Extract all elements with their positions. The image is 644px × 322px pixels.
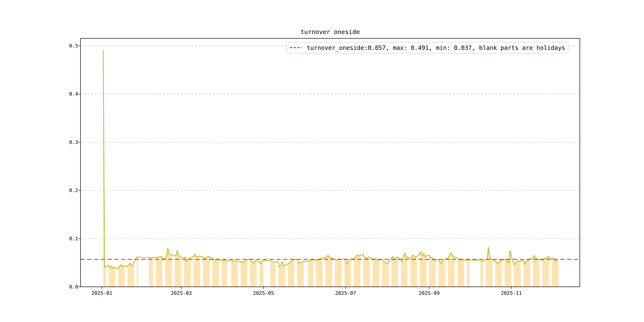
x-tick-label: 2025-01 <box>84 290 120 296</box>
plot-border <box>80 38 580 287</box>
x-tick-label: 2025-05 <box>246 290 282 296</box>
gridlines <box>80 46 580 239</box>
turnover-line <box>103 50 557 269</box>
y-tick-label: 0.0 <box>64 284 78 290</box>
y-tick-label: 0.1 <box>64 236 78 242</box>
figure-canvas: turnover oneside turnover_oneside:0.057,… <box>0 0 644 322</box>
y-tick-label: 0.3 <box>64 139 78 145</box>
legend-label: turnover_oneside:0.057, max: 0.491, min:… <box>307 44 565 51</box>
x-tick-label: 2025-11 <box>493 290 529 296</box>
x-tick-label: 2025-07 <box>328 290 364 296</box>
axis-ticks <box>78 46 511 289</box>
x-tick-label: 2025-03 <box>164 290 199 296</box>
y-tick-label: 0.4 <box>64 91 78 97</box>
y-tick-label: 0.5 <box>64 43 78 49</box>
legend-box: turnover_oneside:0.057, max: 0.491, min:… <box>286 42 568 54</box>
trading-day-fill-bars <box>103 50 558 287</box>
x-tick-label: 2025-09 <box>411 290 447 296</box>
legend-dash-marker <box>290 47 302 49</box>
y-tick-label: 0.2 <box>64 188 78 194</box>
